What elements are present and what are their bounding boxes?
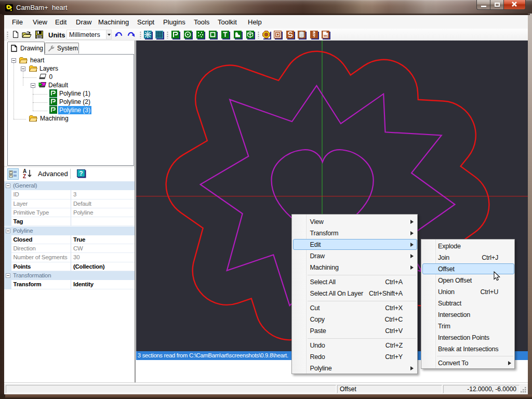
svg-text:Z: Z bbox=[23, 174, 26, 179]
svg-text:MC: MC bbox=[324, 34, 329, 37]
